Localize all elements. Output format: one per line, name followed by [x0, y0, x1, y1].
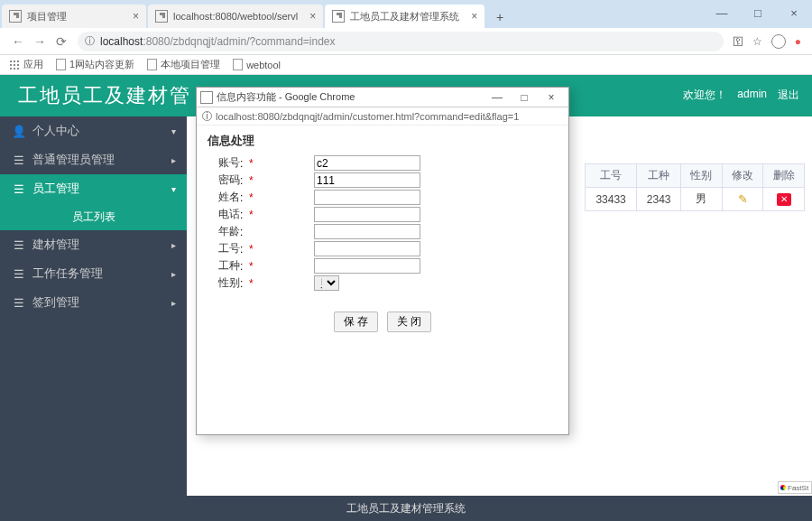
close-button[interactable]: 关 闭 [387, 312, 431, 332]
minimize-button[interactable]: — [704, 0, 740, 25]
chevron-down-icon: ▾ [171, 184, 176, 194]
table-header-row: 工号 工种 性别 修改 删除 [586, 164, 805, 188]
col-jobtype: 工种 [637, 164, 681, 188]
faststone-badge: FastSt [778, 481, 812, 494]
field-account: 账号:* [208, 154, 558, 172]
stack-icon: ☰ [13, 182, 25, 196]
field-name: 姓名:* [208, 189, 558, 206]
age-input[interactable] [314, 224, 420, 239]
new-tab-button[interactable]: + [490, 7, 510, 27]
close-icon[interactable]: × [309, 10, 316, 23]
sidebar-subitem-employee-list[interactable]: 员工列表 [0, 203, 187, 230]
page-icon [9, 10, 22, 23]
maximize-button[interactable]: □ [740, 0, 776, 25]
button-row: 保 存 关 闭 [208, 312, 558, 332]
empno-input[interactable] [314, 241, 420, 256]
page-icon [332, 10, 345, 23]
page-icon [56, 59, 66, 70]
tab-label: 项目管理 [27, 10, 67, 23]
popup-heading: 信息处理 [208, 133, 558, 149]
bookmark-item[interactable]: 1网站内容更新 [56, 58, 134, 71]
password-input[interactable] [314, 172, 420, 188]
forward-button[interactable]: → [29, 34, 51, 49]
name-input[interactable] [314, 190, 420, 205]
bookmarks-bar: 应用 1网站内容更新 本地项目管理 webtool [0, 55, 812, 75]
field-phone: 电话:* [208, 206, 558, 223]
cell-delete: ✕ [763, 188, 805, 211]
key-icon[interactable]: ⚿ [733, 35, 743, 48]
chevron-right-icon: ▸ [171, 269, 176, 279]
reload-button[interactable]: ⟳ [51, 34, 72, 49]
admin-link[interactable]: admin [737, 88, 767, 103]
popup-close-button[interactable]: × [538, 91, 565, 104]
delete-icon[interactable]: ✕ [777, 193, 791, 206]
field-empno: 工号:* [208, 240, 558, 257]
phone-input[interactable] [314, 207, 420, 222]
edit-icon[interactable]: ✎ [738, 192, 748, 206]
gender-select[interactable]: 男 [314, 275, 339, 291]
page-icon [200, 91, 213, 104]
close-icon[interactable]: × [471, 10, 477, 23]
browser-tab[interactable]: localhost:8080/webtool/servl × [148, 5, 323, 28]
sidebar-item-task[interactable]: ☰ 工作任务管理 ▸ [0, 259, 187, 288]
page-icon [155, 10, 168, 23]
popup-window-controls: — □ × [484, 91, 565, 104]
cell-empno: 33433 [586, 188, 637, 211]
account-input[interactable] [314, 155, 420, 171]
close-window-button[interactable]: × [776, 0, 812, 25]
addr-path: :8080/zbdqnqjt/admin/?command=index [143, 35, 335, 48]
star-icon[interactable]: ☆ [752, 35, 762, 48]
table-row: 33433 2343 男 ✎ ✕ [586, 188, 805, 211]
jobtype-input[interactable] [314, 258, 420, 274]
cell-jobtype: 2343 [637, 188, 681, 211]
menu-icon[interactable]: ● [795, 35, 801, 48]
cell-gender: 男 [681, 188, 723, 211]
popup-address-bar[interactable]: i localhost:8080/zbdqnqjt/admin/customer… [197, 107, 568, 126]
toolbar-right: ⚿ ☆ ● [729, 34, 805, 49]
popup-titlebar[interactable]: 信息内容功能 - Google Chrome — □ × [197, 88, 568, 107]
browser-tabstrip: 项目管理 × localhost:8080/webtool/servl × 工地… [0, 0, 812, 28]
col-empno: 工号 [586, 164, 637, 188]
field-jobtype: 工种:* [208, 257, 558, 274]
site-info-icon[interactable]: ⓘ [85, 34, 95, 48]
chevron-right-icon: ▸ [171, 240, 176, 250]
chevron-right-icon: ▸ [171, 155, 176, 165]
field-age: 年龄: [208, 223, 558, 240]
tab-label: localhost:8080/webtool/servl [173, 11, 298, 22]
address-bar[interactable]: ⓘ localhost :8080/zbdqnqjt/admin/?comman… [78, 32, 724, 51]
sidebar-item-material[interactable]: ☰ 建材管理 ▸ [0, 230, 187, 259]
sidebar-item-profile[interactable]: 👤 个人中心 ▾ [0, 116, 187, 145]
bookmark-item[interactable]: webtool [233, 59, 281, 70]
stack-icon: ☰ [13, 296, 25, 310]
col-edit: 修改 [722, 164, 763, 188]
cell-edit: ✎ [722, 188, 763, 211]
window-controls: — □ × [704, 0, 812, 25]
field-password: 密码:* [208, 172, 558, 189]
stack-icon: ☰ [13, 154, 25, 167]
sidebar-item-admin[interactable]: ☰ 普通管理员管理 ▸ [0, 145, 187, 174]
bookmark-item[interactable]: 本地项目管理 [147, 58, 220, 71]
popup-maximize-button[interactable]: □ [511, 91, 538, 104]
popup-minimize-button[interactable]: — [484, 91, 511, 104]
sidebar-item-checkin[interactable]: ☰ 签到管理 ▸ [0, 288, 187, 317]
faststone-icon [780, 485, 786, 490]
sidebar-item-employee[interactable]: ☰ 员工管理 ▾ [0, 174, 187, 203]
close-icon[interactable]: × [133, 10, 139, 23]
popup-body: 信息处理 账号:* 密码:* 姓名:* 电话:* 年龄: 工号:* 工种:* [197, 126, 568, 434]
save-button[interactable]: 保 存 [334, 312, 378, 332]
logout-link[interactable]: 退出 [778, 88, 799, 103]
col-gender: 性别 [681, 164, 723, 188]
site-info-icon[interactable]: i [202, 111, 212, 121]
profile-icon[interactable] [771, 34, 786, 49]
user-icon: 👤 [13, 125, 25, 138]
page-title: 工地员工及建材管 [18, 82, 191, 109]
stack-icon: ☰ [13, 267, 25, 281]
apps-icon [9, 60, 20, 70]
chevron-down-icon: ▾ [171, 126, 176, 136]
back-button[interactable]: ← [7, 34, 29, 49]
browser-tab[interactable]: 项目管理 × [2, 5, 146, 28]
browser-tab-active[interactable]: 工地员工及建材管理系统 × [325, 5, 484, 28]
stack-icon: ☰ [13, 238, 25, 252]
col-delete: 删除 [763, 164, 805, 188]
apps-button[interactable]: 应用 [9, 58, 43, 71]
